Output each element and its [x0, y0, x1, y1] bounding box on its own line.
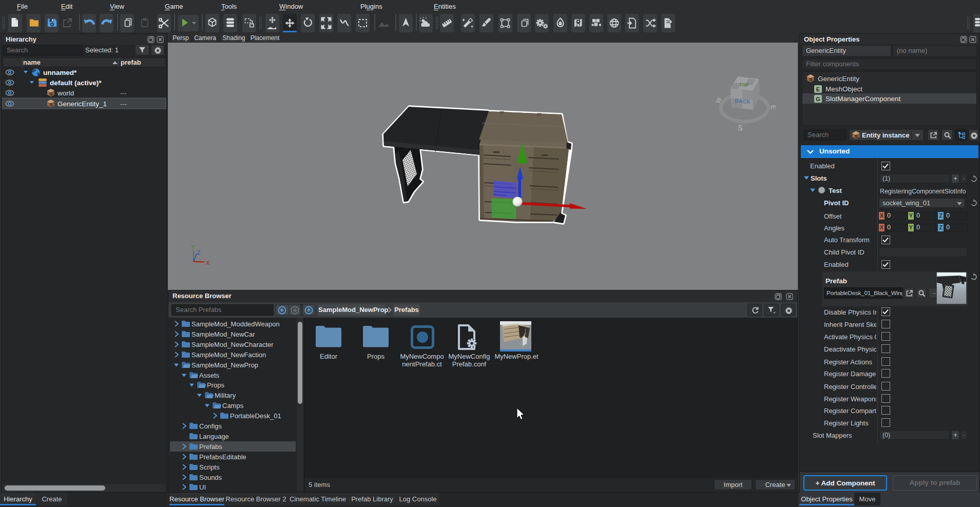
svg-text:UI: UI: [199, 483, 206, 491]
svg-text:SampleMod_NewCharacter: SampleMod_NewCharacter: [191, 341, 274, 348]
svg-text:Sounds: Sounds: [199, 474, 222, 481]
svg-text:Language: Language: [199, 433, 229, 440]
svg-text:MeshObject: MeshObject: [825, 85, 862, 93]
svg-text:PrefabsEditable: PrefabsEditable: [199, 453, 246, 461]
svg-text:E: E: [816, 86, 820, 92]
svg-text:S: S: [809, 76, 812, 82]
svg-text:unnamed*: unnamed*: [43, 69, 77, 76]
svg-text:Y: Y: [191, 244, 195, 250]
svg-text:Assets: Assets: [199, 372, 220, 379]
svg-text:SampleMod_NewFaction: SampleMod_NewFaction: [191, 351, 266, 359]
svg-text:---: ---: [120, 100, 127, 108]
svg-text:PortableDesk_01: PortableDesk_01: [230, 412, 281, 420]
svg-text:GenericEntity: GenericEntity: [818, 75, 859, 83]
svg-text:Military: Military: [215, 392, 236, 399]
svg-text:TOP: TOP: [739, 82, 749, 88]
svg-text:default (active)*: default (active)*: [50, 79, 102, 87]
svg-text:X: X: [206, 260, 210, 266]
svg-text:Z: Z: [197, 250, 200, 256]
svg-text:Props: Props: [207, 381, 224, 389]
svg-text:SlotManagerComponent: SlotManagerComponent: [825, 95, 901, 103]
svg-text:S: S: [854, 133, 857, 139]
svg-text:BACK: BACK: [735, 98, 751, 105]
svg-text:GenericEntity_1: GenericEntity_1: [57, 100, 107, 108]
svg-text:---: ---: [120, 89, 127, 97]
svg-text:Camps: Camps: [222, 402, 244, 410]
svg-text:SampleMod_NewProp: SampleMod_NewProp: [191, 361, 258, 369]
svg-text:E: E: [770, 105, 777, 109]
svg-text:world: world: [57, 89, 74, 97]
svg-text:Prefabs: Prefabs: [199, 443, 222, 451]
svg-text:S: S: [737, 123, 744, 132]
svg-text:Configs: Configs: [199, 422, 222, 430]
svg-text:SampleMod_ModdedWeapon: SampleMod_ModdedWeapon: [191, 320, 280, 328]
svg-text:Scripts: Scripts: [199, 463, 220, 471]
svg-text:G: G: [816, 96, 820, 102]
svg-text:SampleMod_NewCar: SampleMod_NewCar: [191, 330, 255, 338]
